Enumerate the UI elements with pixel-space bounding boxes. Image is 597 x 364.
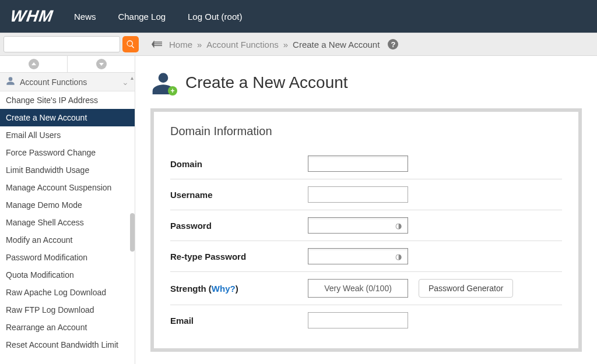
sidebar: ▴ Account Functions ⌄ Change Site's IP A… — [0, 56, 135, 364]
row-password: Password ◑ — [170, 210, 562, 241]
search-button[interactable] — [122, 36, 139, 52]
breadcrumb-home[interactable]: Home — [169, 40, 192, 50]
retype-password-field[interactable] — [308, 248, 408, 264]
sidebar-item[interactable]: Manage Account Suspension — [0, 179, 135, 196]
sidebar-item[interactable]: Rearrange an Account — [0, 319, 135, 336]
strength-why-link[interactable]: Why? — [212, 284, 236, 294]
strength-indicator: Very Weak (0/100) — [308, 279, 408, 298]
sidebar-scroll-up-caret: ▴ — [131, 75, 134, 81]
breadcrumb-section[interactable]: Account Functions — [206, 40, 278, 50]
row-username: Username — [170, 179, 562, 210]
sidebar-item[interactable]: Manage Demo Mode — [0, 196, 135, 214]
label-domain: Domain — [170, 159, 308, 169]
sidebar-scrollbar-thumb[interactable] — [130, 213, 135, 252]
top-bar: WHM News Change Log Log Out (root) — [0, 0, 597, 33]
sidebar-list: Change Site's IP AddressCreate a New Acc… — [0, 91, 135, 354]
nav-changelog[interactable]: Change Log — [118, 12, 166, 22]
breadcrumb-sep: » — [197, 40, 202, 50]
row-email: Email — [170, 305, 562, 335]
email-field[interactable] — [308, 312, 408, 328]
nav-logout[interactable]: Log Out (root) — [188, 12, 242, 22]
search-wrap — [0, 34, 142, 55]
sidebar-item[interactable]: Password Modification — [0, 249, 135, 266]
sidebar-collapse-down[interactable] — [68, 56, 135, 72]
label-retype: Re-type Password — [170, 252, 308, 261]
sidebar-controls — [0, 56, 135, 73]
page-title: Create a New Account — [185, 73, 348, 92]
sidebar-header[interactable]: Account Functions ⌄ — [0, 73, 135, 91]
label-password: Password — [170, 221, 308, 231]
sidebar-item[interactable]: Raw Apache Log Download — [0, 284, 135, 301]
sidebar-item[interactable]: Reset Account Bandwidth Limit — [0, 336, 135, 354]
sidebar-item[interactable]: Change Site's IP Address — [0, 91, 135, 109]
label-strength: Strength (Why?) — [170, 284, 308, 294]
row-strength: Strength (Why?) Very Weak (0/100) Passwo… — [170, 272, 562, 305]
password-field[interactable] — [308, 217, 408, 234]
username-field[interactable] — [308, 186, 408, 203]
create-account-icon: + — [150, 71, 176, 94]
page-heading: + Create a New Account — [150, 63, 582, 108]
sidebar-item[interactable]: Force Password Change — [0, 144, 135, 161]
breadcrumb-row: Home » Account Functions » Create a New … — [0, 33, 597, 56]
sidebar-item[interactable]: Create a New Account — [0, 109, 135, 126]
sidebar-item[interactable]: Limit Bandwidth Usage — [0, 161, 135, 179]
content: + Create a New Account Domain Informatio… — [135, 56, 597, 364]
sidebar-collapse-up[interactable] — [0, 56, 68, 72]
sidebar-item[interactable]: Quota Modification — [0, 266, 135, 284]
row-domain: Domain — [170, 149, 562, 179]
user-icon — [6, 76, 15, 87]
sidebar-header-label: Account Functions — [20, 77, 87, 87]
label-email: Email — [170, 316, 308, 326]
chevron-down-icon: ⌄ — [122, 77, 129, 87]
password-generator-button[interactable]: Password Generator — [419, 279, 513, 298]
strength-text: Strength — [170, 284, 206, 294]
search-input[interactable] — [3, 36, 120, 52]
section-title: Domain Information — [170, 125, 562, 138]
domain-field[interactable] — [308, 156, 408, 172]
sidebar-item[interactable]: Email All Users — [0, 126, 135, 144]
sidebar-item[interactable]: Modify an Account — [0, 231, 135, 249]
sidebar-item[interactable]: Raw FTP Log Download — [0, 301, 135, 319]
help-icon[interactable]: ? — [388, 39, 398, 50]
menu-back-icon[interactable] — [152, 40, 162, 48]
label-username: Username — [170, 190, 308, 200]
top-nav: News Change Log Log Out (root) — [74, 12, 262, 22]
logo: WHM — [9, 7, 54, 26]
sidebar-item[interactable]: Manage Shell Access — [0, 214, 135, 231]
main: ▴ Account Functions ⌄ Change Site's IP A… — [0, 56, 597, 364]
domain-info-panel: Domain Information Domain Username Passw… — [150, 108, 582, 352]
row-retype: Re-type Password ◑ — [170, 241, 562, 272]
breadcrumb-sep: » — [283, 40, 288, 50]
breadcrumb-current: Create a New Account — [293, 40, 380, 50]
plus-badge-icon: + — [168, 86, 177, 96]
nav-news[interactable]: News — [74, 12, 96, 22]
search-icon — [126, 40, 135, 49]
breadcrumb: Home » Account Functions » Create a New … — [169, 39, 398, 50]
